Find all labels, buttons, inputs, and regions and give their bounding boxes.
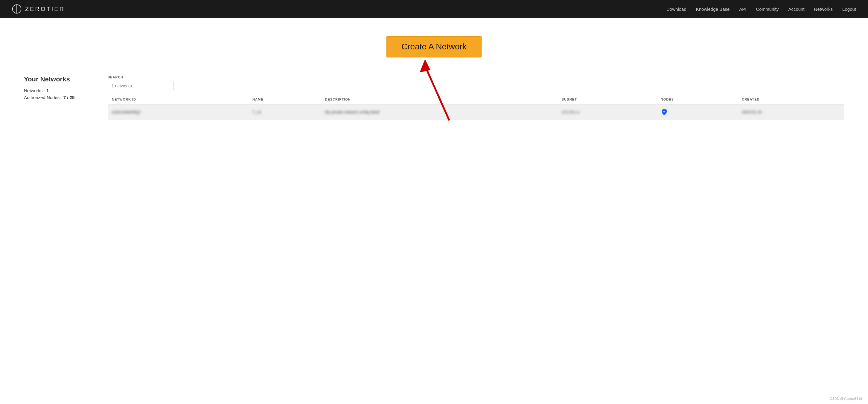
cell-network-id: a1b2c3d4e5f6g7 [108,105,248,120]
create-network-area: Create A Network [24,36,844,57]
nodes-shield-icon [661,108,668,115]
col-name: NAME [248,94,321,105]
watermark-text: CSDN @Yupeng5619 [830,397,862,400]
cell-nodes [656,105,738,120]
watermark: CSDN @Yupeng5619 [830,397,862,400]
networks-table: NETWORK ID NAME DESCRIPTION SUBNET NODES… [108,94,844,120]
networks-count-label: Networks: [24,88,44,93]
network-subnet-value: 172.24.x.x [561,110,579,114]
svg-line-3 [425,66,449,120]
networks-count-stat: Networks: 1 [24,88,90,93]
networks-main: SEARCH NETWORK ID NAME DESCRIPTION SUBNE… [108,76,844,120]
cell-subnet: 172.24.x.x [557,105,656,120]
authorized-nodes-value: 7 / 25 [63,95,75,100]
table-header-row: NETWORK ID NAME DESCRIPTION SUBNET NODES… [108,94,844,105]
table-body: a1b2c3d4e5f6g7 T_n1 My private network c… [108,105,844,120]
table-header: NETWORK ID NAME DESCRIPTION SUBNET NODES… [108,94,844,105]
nav-account[interactable]: Account [788,7,804,12]
main-content: Create A Network Your Networks Networks:… [0,18,868,138]
network-created-value: 2023-01-15 [742,110,762,114]
col-network-id: NETWORK ID [108,94,248,105]
col-nodes: NODES [656,94,738,105]
network-id-value: a1b2c3d4e5f6g7 [112,110,141,114]
networks-count-value: 1 [46,88,49,93]
cell-created: 2023-01-15 [738,105,844,120]
create-network-button[interactable]: Create A Network [386,36,482,57]
annotation-arrow-icon [407,57,461,123]
table-row[interactable]: a1b2c3d4e5f6g7 T_n1 My private network c… [108,105,844,120]
brand: ZEROTIER [12,4,65,14]
zerotier-logo-icon [12,4,22,14]
svg-marker-4 [420,59,430,73]
nav-links: Download Knowledge Base API Community Ac… [666,7,856,12]
nav-community[interactable]: Community [756,7,779,12]
authorized-nodes-stat: Authorized Nodes: 7 / 25 [24,95,90,100]
search-input[interactable] [108,81,174,91]
navbar: ZEROTIER Download Knowledge Base API Com… [0,0,868,18]
network-description-value: My private network config detail [325,110,379,114]
nav-networks[interactable]: Networks [814,7,833,12]
col-created: CREATED [738,94,844,105]
brand-name: ZEROTIER [25,6,65,12]
arrow-annotation [407,57,461,123]
col-subnet: SUBNET [557,94,656,105]
nav-knowledge-base[interactable]: Knowledge Base [696,7,730,12]
search-label: SEARCH [108,76,844,79]
nav-download[interactable]: Download [666,7,686,12]
networks-title: Your Networks [24,76,90,83]
nav-logout[interactable]: Logout [842,7,856,12]
nav-api[interactable]: API [739,7,746,12]
authorized-nodes-label: Authorized Nodes: [24,95,61,100]
network-name-value: T_n1 [252,110,261,114]
networks-sidebar: Your Networks Networks: 1 Authorized Nod… [24,76,90,102]
cell-name: T_n1 [248,105,321,120]
